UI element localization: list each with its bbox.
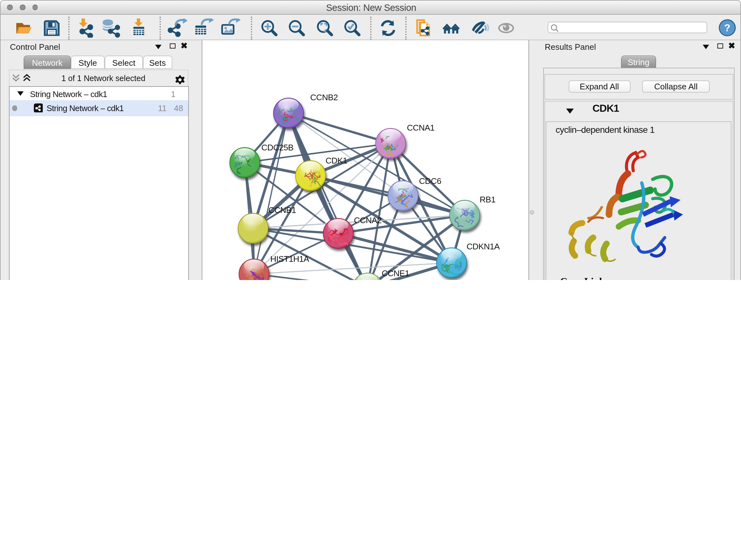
svg-text:CDC25B: CDC25B xyxy=(261,143,293,152)
svg-text:?: ? xyxy=(724,22,730,34)
svg-text:CDC6: CDC6 xyxy=(419,176,441,186)
svg-text:CDKN1A: CDKN1A xyxy=(467,242,500,251)
svg-text:CDK1: CDK1 xyxy=(326,156,347,165)
svg-text:HIST1H1A: HIST1H1A xyxy=(270,254,309,264)
svg-text:CCNE1: CCNE1 xyxy=(382,268,409,278)
svg-text:CCNA1: CCNA1 xyxy=(407,123,434,132)
svg-text:CCNB1: CCNB1 xyxy=(268,205,296,215)
svg-text:CCNB2: CCNB2 xyxy=(310,92,338,102)
svg-text:RB1: RB1 xyxy=(480,195,495,204)
svg-text:CCNA2: CCNA2 xyxy=(354,215,381,225)
